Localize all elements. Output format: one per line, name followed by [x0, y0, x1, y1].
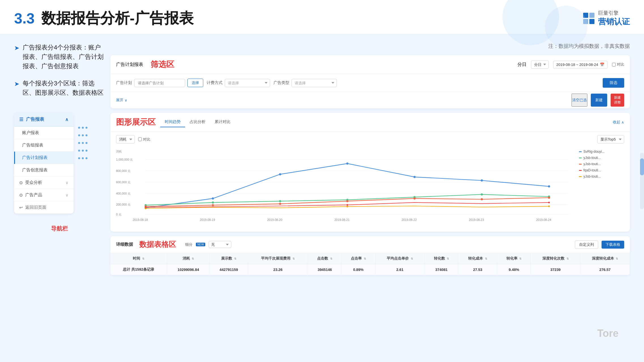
plan-select-btn[interactable]: 选择	[187, 79, 203, 87]
compare-checkbox[interactable]: 对比	[612, 62, 624, 67]
col-conv-rate[interactable]: 转化率 ⇅	[497, 253, 531, 264]
segment-select[interactable]: 无	[209, 241, 231, 248]
svg-rect-2	[583, 19, 588, 24]
total-spend: 10299096.84	[167, 264, 210, 275]
logo-text-top: 巨量引擎	[598, 10, 630, 16]
adproduct-expand-icon: ∨	[65, 193, 69, 198]
legend-item-0: SvRig-douyi...	[579, 150, 624, 154]
back-icon: ↩	[19, 205, 23, 210]
logo-icon	[582, 11, 596, 25]
total-ctr: 0.89%	[342, 264, 375, 275]
chart-label-red: 图形展示区	[116, 117, 156, 128]
svg-point-26	[279, 200, 281, 202]
sidebar-item-adcreative[interactable]: 广告创意报表	[14, 164, 74, 176]
sidebar-item-adgroup[interactable]: 广告组报表	[14, 139, 74, 152]
bullet-list: ➤ 广告报表分4个分报表：账户报表、广告组报表、广告计划报表、广告创意报表 ➤ …	[14, 43, 105, 97]
col-cpm[interactable]: 平均千次展现费用 ⇅	[248, 253, 308, 264]
legend-label-1: yJsb-touti...	[583, 156, 601, 160]
sidebar-section-audience[interactable]: ⊙ 受众分析 ∨	[14, 176, 74, 189]
col-ctr[interactable]: 点击率 ⇅	[342, 253, 375, 264]
svg-point-36	[481, 198, 483, 201]
billing-select[interactable]: 请选择	[225, 79, 270, 87]
chart-tab-cumulative[interactable]: 累计对比	[210, 117, 235, 127]
svg-point-32	[212, 204, 214, 206]
svg-text:2019-08-23: 2019-08-23	[469, 218, 484, 221]
day-select[interactable]: 分日	[531, 61, 549, 69]
table-label-red: 数据表格区	[139, 240, 176, 249]
top-select[interactable]: 显示Top5	[597, 135, 624, 143]
svg-text:1,000,000 元: 1,000,000 元	[116, 158, 133, 161]
chart-section: 图形展示区 时间趋势 占比分析 累计对比 收起 ∧ 消耗 对比 显示Top5	[110, 113, 630, 232]
download-btn[interactable]: 下载表格	[602, 241, 624, 249]
expand-link[interactable]: 展开 ∨	[116, 94, 127, 107]
total-label: 总计 共1592条记录	[110, 264, 167, 275]
expand-arrow-icon: ∨	[125, 98, 127, 102]
scrollbar-thumb[interactable]	[640, 158, 644, 175]
custom-col-btn[interactable]: 自定义列	[575, 240, 598, 249]
metric-select[interactable]: 消耗	[116, 135, 135, 143]
compare-input[interactable]	[612, 63, 616, 66]
logo-area: 巨量引擎 营销认证	[582, 10, 630, 27]
nav-collapse-icon[interactable]: ∧	[65, 117, 69, 122]
chart-collapse-btn[interactable]: 收起 ∧	[613, 120, 624, 125]
sidebar-item-adplan[interactable]: 广告计划报表	[14, 152, 74, 164]
svg-rect-1	[589, 13, 594, 18]
filter-title: 广告计划报表	[116, 62, 143, 68]
filter-btn[interactable]: 筛选	[603, 78, 624, 88]
sidebar-nav: ☰ 广告报表 ∧ 账户报表 广告组报表 广告计划报表 广告创意报表 ⊙ 受众分析…	[14, 113, 74, 214]
col-impressions[interactable]: 展示数 ⇅	[210, 253, 248, 264]
col-deep-conv[interactable]: 深度转化次数 ⇅	[531, 253, 580, 264]
chart-tab-time[interactable]: 时间趋势	[160, 117, 185, 127]
nav-label-tag: 导航栏	[14, 225, 105, 232]
svg-point-21	[414, 176, 416, 178]
legend-item-2: yJsb-touti...	[579, 162, 624, 166]
chart-tab-pie[interactable]: 占比分析	[185, 117, 210, 127]
date-range-text: 2019-08-18 ~ 2019-08-24	[556, 63, 598, 67]
bullet-arrow-1: ➤	[14, 43, 19, 53]
svg-rect-3	[589, 19, 594, 24]
svg-text:400,000 元: 400,000 元	[116, 192, 130, 195]
filter-group-billing: 计费方式 请选择	[207, 79, 270, 87]
line-chart-svg: 消耗 1,000,000 元 800,000 元 600,000 元 400,0…	[116, 147, 573, 226]
nav-header-label: 广告报表	[26, 117, 44, 122]
col-clicks[interactable]: 点击数 ⇅	[308, 253, 342, 264]
plan-input[interactable]	[134, 79, 185, 87]
sidebar-item-account[interactable]: 账户报表	[14, 127, 74, 139]
sidebar-back-btn[interactable]: ↩ 返回旧页面	[14, 201, 74, 214]
clear-btn[interactable]: 清空已选	[572, 94, 587, 107]
chart-compare-input[interactable]	[138, 137, 142, 141]
svg-point-41	[145, 208, 147, 209]
chart-compare-cb[interactable]: 对比	[138, 137, 150, 142]
col-time[interactable]: 时间 ⇅	[110, 253, 167, 264]
total-conv: 374081	[425, 264, 458, 275]
new-red-btn[interactable]: 新建调整	[611, 94, 624, 107]
badge-new: NEW	[196, 243, 205, 246]
plan-label: 广告计划	[116, 80, 132, 85]
svg-text:2019-08-20: 2019-08-20	[267, 218, 283, 221]
col-deep-cost[interactable]: 深度转化成本 ⇅	[580, 253, 630, 264]
filter-section: 广告计划报表 筛选区 分日 分日 2019-08-18 ~ 2019-08-24…	[110, 55, 630, 108]
svg-text:2019-08-19: 2019-08-19	[200, 218, 215, 221]
total-conv-cost: 27.53	[458, 264, 497, 275]
back-label: 返回旧页面	[25, 205, 46, 210]
adtype-label: 广告类型	[273, 80, 289, 85]
sidebar-section-adproduct[interactable]: ⊙ 广告产品 ∨	[14, 189, 74, 201]
new-btn[interactable]: 新建	[591, 94, 607, 107]
svg-point-37	[548, 197, 550, 199]
right-scrollbar[interactable]	[640, 153, 644, 209]
col-conv-cost[interactable]: 转化成本 ⇅	[458, 253, 497, 264]
bullet-text-1: 广告报表分4个分报表：账户报表、广告组报表、广告计划报表、广告创意报表	[23, 43, 105, 71]
col-avg-cpc[interactable]: 平均点击单价 ⇅	[375, 253, 425, 264]
svg-point-29	[481, 193, 483, 196]
svg-point-43	[548, 205, 550, 207]
col-conv[interactable]: 转化数 ⇅	[425, 253, 458, 264]
note-text: 注：数据均为模拟数据，非真实数据	[548, 43, 630, 49]
legend-color-4	[579, 176, 582, 177]
table-total-row: 总计 共1592条记录 10299096.84 442791159 23.26 …	[110, 264, 630, 275]
filter-group-adtype: 广告类型 请选择	[273, 79, 337, 87]
calendar-icon[interactable]: 📅	[600, 63, 604, 67]
col-spend[interactable]: 消耗 ⇅	[167, 253, 210, 264]
legend-item-4: yJsb-touti...	[579, 174, 624, 178]
adtype-select[interactable]: 请选择	[292, 79, 337, 87]
tore-watermark: Tore	[597, 327, 619, 339]
